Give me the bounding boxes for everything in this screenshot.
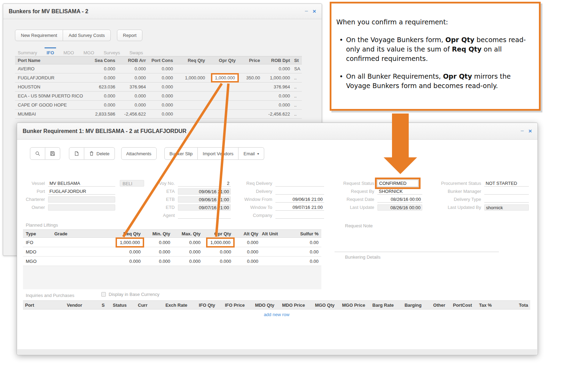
report-button[interactable]: Report <box>117 30 142 41</box>
vessel-field[interactable]: MV BELISAMA <box>48 180 115 187</box>
add-survey-costs-button[interactable]: Add Survey Costs <box>63 30 111 41</box>
callout-intro: When you confirm a requirement: <box>336 17 531 27</box>
last-update-field: 08/26/16 00:00 <box>377 204 422 211</box>
search-save-group <box>30 147 60 160</box>
etd-label: ETD <box>147 205 178 210</box>
inquiries-purchases-label: Inquiries and Purchases <box>26 293 74 298</box>
delivery-type-field[interactable] <box>484 196 529 203</box>
voyage-bunkers-toolbar: New Requirement Add Survey Costs Report <box>15 30 142 41</box>
col-port-name: Port Name <box>15 58 88 63</box>
callout-bullet-2: On all Bunker Requirements, Opr Qty mirr… <box>336 72 531 91</box>
tab-mdo[interactable]: MDO <box>63 50 74 55</box>
delivery-label: Delivery <box>237 189 275 194</box>
owner-field <box>48 204 115 211</box>
requirement-button-group: New Requirement Add Survey Costs <box>15 30 111 41</box>
owner-label: Owner <box>21 205 48 210</box>
minimize-icon[interactable]: − <box>305 8 308 14</box>
request-date-label: Request Date <box>314 197 377 202</box>
col-rob-dpt: ROB Dpt <box>260 58 290 63</box>
company-field[interactable] <box>275 212 324 219</box>
email-button[interactable]: Email ▾ <box>238 147 264 160</box>
voyage-bunkers-table: Port Name Sea Cons ROB Arr Port Cons Req… <box>15 56 302 119</box>
etd-field: 09/07/16 21:00 <box>178 204 231 211</box>
request-note-label: Request Note <box>345 223 373 228</box>
highlight-box-voyage-opr-qty: 1,000.000 <box>211 73 239 83</box>
table-row[interactable]: AVEIRO 0.000 0.000 0.000 0.000 SA <box>15 64 302 73</box>
procurement-status-label: Procurement Status <box>429 181 484 186</box>
form-col-delivery: Req Delivery Delivery Window From09/06/1… <box>237 179 324 219</box>
company-label: Company <box>237 213 275 218</box>
bunker-slip-button[interactable]: Bunker Slip <box>164 147 198 160</box>
eta-label: ETA <box>147 189 178 194</box>
agent-label: Agent <box>147 213 178 218</box>
charterer-field <box>48 196 115 203</box>
display-base-currency-label: Display in Base Currency <box>109 292 159 297</box>
port-field[interactable]: FUGLAFJORDUR <box>48 188 115 195</box>
lifting-row-mdo[interactable]: MDO 0.000 0.000 0.000 0.000 0.000 0.00 <box>23 247 321 257</box>
table-row[interactable]: HOUSTON 623.036 376.964 0.000 376.964 .. <box>15 83 302 92</box>
bunker-manager-field[interactable] <box>484 188 529 195</box>
window-from-label: Window From <box>237 197 275 202</box>
highlight-box-opr-qty: 1,000.000 <box>206 237 235 248</box>
tab-summary[interactable]: Summary <box>18 50 37 55</box>
import-vendors-button[interactable]: Import Vendors <box>198 147 238 160</box>
copy-delete-group: Delete <box>69 147 115 160</box>
display-base-currency-checkbox[interactable] <box>101 292 106 297</box>
note-icon <box>74 151 79 156</box>
new-requirement-button[interactable]: New Requirement <box>15 30 63 41</box>
tab-surveys[interactable]: Surveys <box>104 50 120 55</box>
voy-no-field[interactable]: 2 <box>178 180 231 187</box>
voy-no-label: Voy No. <box>147 181 178 186</box>
search-icon <box>35 151 40 156</box>
note-button[interactable] <box>69 147 84 160</box>
trash-icon <box>89 151 94 156</box>
close-icon[interactable]: × <box>528 128 532 134</box>
close-icon[interactable]: × <box>313 8 316 14</box>
window-controls: − × <box>520 128 532 134</box>
tab-swaps[interactable]: Swaps <box>130 50 143 55</box>
highlight-box-request-status: CONFIRMED <box>375 178 421 189</box>
table-header-row: Port Name Sea Cons ROB Arr Port Cons Req… <box>15 56 302 64</box>
form-col-vessel: VesselMV BELISAMA PortFUGLAFJORDUR Chart… <box>21 179 115 211</box>
table-row[interactable]: ECA - US 50NM PUERTO RICO 0.000 0.000 0.… <box>15 92 302 101</box>
table-row[interactable]: FUGLAFJORDUR 0.000 0.000 0.000 1,000.000… <box>15 73 302 83</box>
planned-liftings-header-row: Type Grade Req Qty Min. Qty Max. Qty Opr… <box>23 229 321 238</box>
procurement-status-field[interactable]: NOT STARTED <box>484 180 529 187</box>
search-button[interactable] <box>30 147 45 160</box>
save-icon <box>50 151 55 156</box>
fuel-type-tabs: Summary IFO MDO MGO Surveys Swaps <box>18 50 143 55</box>
col-sea-cons: Sea Cons <box>88 58 115 63</box>
minimize-icon[interactable]: − <box>520 128 524 134</box>
annotation-callout: When you confirm a requirement: On the V… <box>330 2 541 111</box>
lifting-row-ifo[interactable]: IFO 1,000.000 0.000 0.000 1,000.000 0.00… <box>23 238 321 247</box>
request-by-field[interactable]: SHORNICK <box>377 188 422 195</box>
tab-mgo[interactable]: MGO <box>84 50 94 55</box>
table-row[interactable]: CAPE OF GOOD HOPE 0.000 0.000 0.000 0.00… <box>15 101 302 110</box>
add-new-row-link[interactable]: add new row <box>23 312 530 317</box>
lifting-row-mgo[interactable]: MGO 0.000 0.000 0.000 0.000 0.000 0.00 <box>23 257 321 266</box>
request-date-field[interactable]: 08/26/16 00:00 <box>377 196 422 203</box>
table-row[interactable]: MUMBAI 2,833.586 -2,456.622 0.000 -2,456… <box>15 110 302 119</box>
window-to-label: Window To <box>237 205 275 210</box>
etb-label: ETB <box>147 197 178 202</box>
request-status-label: Request Status <box>314 181 377 186</box>
vessel-label: Vessel <box>21 181 48 186</box>
last-update-label: Last Update <box>314 205 377 210</box>
delivery-type-label: Delivery Type <box>429 197 484 202</box>
form-col-request: Request StatusCONFIRMED Request BySHORNI… <box>314 179 422 211</box>
port-label: Port <box>21 189 48 194</box>
agent-field[interactable] <box>178 212 231 219</box>
requirement-toolbar: Delete Attachments Bunker Slip Import Ve… <box>30 147 264 160</box>
last-updated-by-label: Last Updated By <box>429 205 484 210</box>
bunker-manager-label: Bunker Manager <box>429 189 484 194</box>
save-button[interactable] <box>45 147 60 160</box>
tab-ifo[interactable]: IFO <box>47 50 54 55</box>
delete-button[interactable]: Delete <box>84 147 115 160</box>
form-col-schedule: Voy No.2 ETA09/06/16 21:00 ETB09/06/16 2… <box>147 179 231 219</box>
request-status-field[interactable]: CONFIRMED <box>377 180 418 187</box>
highlight-box-req-qty: 1,000.000 <box>116 237 144 248</box>
col-opr-qty: Opr Qty <box>205 58 236 63</box>
attachments-button[interactable]: Attachments <box>121 147 157 160</box>
callout-bullet-1: On the Voyage Bunkers form, Opr Qty beco… <box>336 35 531 63</box>
request-by-label: Request By <box>314 189 377 194</box>
